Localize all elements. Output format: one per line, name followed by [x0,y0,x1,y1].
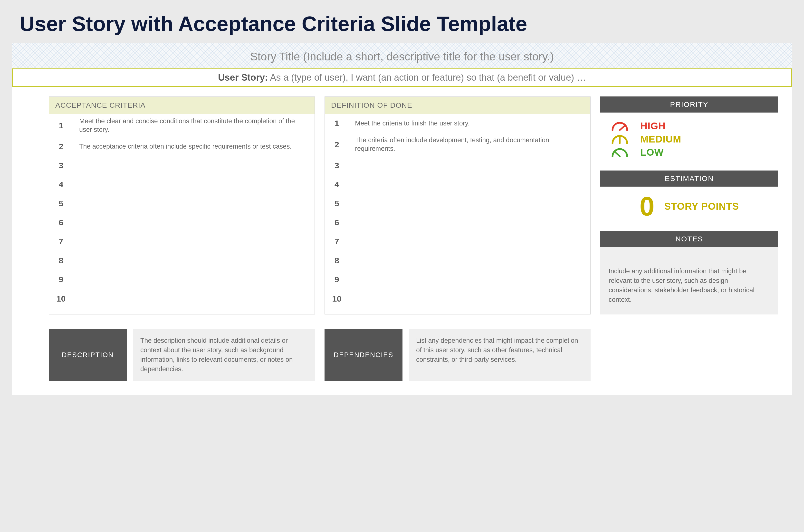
definition-row: 9 [325,270,590,289]
priority-low-label[interactable]: LOW [640,147,664,158]
acceptance-row-text[interactable]: Meet the clear and concise conditions th… [73,114,315,137]
acceptance-criteria-header: ACCEPTANCE CRITERIA [49,97,315,114]
dependencies-text[interactable]: List any dependencies that might impact … [409,329,591,381]
acceptance-row: 3 [49,156,315,175]
priority-header: PRIORITY [600,96,778,113]
acceptance-criteria-table: ACCEPTANCE CRITERIA 1Meet the clear and … [49,96,315,315]
definition-row-number: 3 [325,156,349,175]
definition-row-text[interactable] [349,277,590,283]
definition-row: 2The criteria often include development,… [325,133,590,156]
estimation-header: ESTIMATION [600,171,778,187]
definition-row: 6 [325,213,590,232]
definition-row-number: 7 [325,232,349,251]
story-title-bar: Story Title (Include a short, descriptiv… [12,43,792,69]
definition-row: 1Meet the criteria to finish the user st… [325,114,590,133]
definition-row-text[interactable]: The criteria often include development, … [349,133,590,156]
description-label: DESCRIPTION [49,329,127,381]
priority-high-label[interactable]: HIGH [640,120,666,132]
acceptance-row-text[interactable] [73,163,315,169]
user-story-bar[interactable]: User Story: As a (type of user), I want … [12,69,792,87]
definition-row: 7 [325,232,590,251]
acceptance-row-text[interactable] [73,277,315,283]
acceptance-row-text[interactable] [73,182,315,188]
user-story-label: User Story: [218,72,268,82]
acceptance-row-number: 4 [49,175,73,194]
acceptance-row: 10 [49,289,315,308]
definition-row-number: 1 [325,114,349,133]
definition-row-number: 5 [325,194,349,213]
definition-row: 8 [325,251,590,270]
story-title-text[interactable]: Story Title (Include a short, descriptiv… [12,50,792,63]
acceptance-row: 1Meet the clear and concise conditions t… [49,114,315,137]
acceptance-row-text[interactable] [73,296,315,302]
definition-row-text[interactable] [349,296,590,302]
priority-medium-label[interactable]: MEDIUM [640,134,681,145]
acceptance-row-number: 2 [49,137,73,156]
definition-row-number: 2 [325,133,349,156]
definition-row-text[interactable] [349,239,590,245]
acceptance-row-text[interactable] [73,201,315,207]
estimation-label: STORY POINTS [664,201,739,212]
definition-row-text[interactable] [349,220,590,226]
description-text[interactable]: The description should include additiona… [133,329,315,381]
acceptance-row-text[interactable]: The acceptance criteria often include sp… [73,139,315,154]
definition-row-number: 10 [325,289,349,308]
acceptance-row-number: 5 [49,194,73,213]
acceptance-row-number: 3 [49,156,73,175]
definition-row-text[interactable]: Meet the criteria to finish the user sto… [349,116,590,131]
acceptance-row-number: 8 [49,251,73,270]
definition-row-number: 8 [325,251,349,270]
acceptance-row: 8 [49,251,315,270]
acceptance-row-number: 1 [49,114,73,137]
acceptance-row: 6 [49,213,315,232]
definition-of-done-table: DEFINITION OF DONE 1Meet the criteria to… [324,96,591,315]
definition-row: 4 [325,175,590,194]
svg-line-2 [614,152,620,156]
acceptance-row-number: 7 [49,232,73,251]
acceptance-row: 4 [49,175,315,194]
svg-line-0 [620,125,625,130]
acceptance-row-number: 6 [49,213,73,232]
acceptance-row-text[interactable] [73,258,315,264]
definition-row: 3 [325,156,590,175]
definition-of-done-header: DEFINITION OF DONE [325,97,590,114]
acceptance-row-text[interactable] [73,220,315,226]
acceptance-row: 9 [49,270,315,289]
definition-row: 10 [325,289,590,308]
user-story-text: As a (type of user), I want (an action o… [268,72,586,82]
acceptance-row: 7 [49,232,315,251]
acceptance-row: 2The acceptance criteria often include s… [49,137,315,156]
definition-row-number: 4 [325,175,349,194]
notes-header: NOTES [600,231,778,247]
acceptance-row: 5 [49,194,315,213]
priority-body: HIGH MEDIUM LOW [600,113,778,166]
page-title: User Story with Acceptance Criteria Slid… [0,0,804,43]
dependencies-label: DEPENDENCIES [324,329,403,381]
gauge-medium-icon [610,133,630,145]
definition-row-number: 6 [325,213,349,232]
definition-row-text[interactable] [349,258,590,264]
slide-canvas: Story Title (Include a short, descriptiv… [12,43,792,395]
definition-row-number: 9 [325,270,349,289]
definition-row-text[interactable] [349,163,590,169]
estimation-body: 0 STORY POINTS [600,187,778,226]
gauge-low-icon [610,147,630,158]
definition-row: 5 [325,194,590,213]
acceptance-row-text[interactable] [73,239,315,245]
gauge-high-icon [610,120,630,132]
definition-row-text[interactable] [349,182,590,188]
acceptance-row-number: 10 [49,289,73,308]
notes-body[interactable]: Include any additional information that … [600,247,778,315]
definition-row-text[interactable] [349,201,590,207]
acceptance-row-number: 9 [49,270,73,289]
estimation-value[interactable]: 0 [639,193,654,220]
